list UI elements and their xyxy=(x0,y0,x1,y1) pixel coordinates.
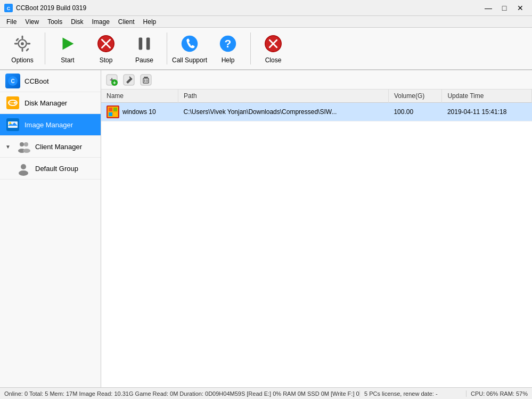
menu-bar: File View Tools Disk Image Client Help xyxy=(0,16,532,28)
menu-view[interactable]: View xyxy=(21,17,43,27)
col-name: Name xyxy=(101,89,178,103)
content-panel: + + xyxy=(101,70,532,387)
menu-tools[interactable]: Tools xyxy=(43,17,67,27)
options-label: Options xyxy=(11,56,33,64)
sidebar-label-diskmanager: Disk Manager xyxy=(24,99,67,107)
options-icon xyxy=(12,33,33,54)
close-label: Close xyxy=(265,56,282,64)
svg-rect-52 xyxy=(113,112,117,116)
close-window-button[interactable]: ✕ xyxy=(513,3,528,13)
svg-text:+: + xyxy=(113,80,116,86)
svg-rect-45 xyxy=(144,77,148,78)
stop-button[interactable]: Stop xyxy=(88,30,124,67)
status-cpu: CPU: 06% RAM: 57% xyxy=(466,390,532,397)
start-icon xyxy=(57,33,78,54)
menu-image[interactable]: Image xyxy=(88,17,114,27)
help-label: Help xyxy=(222,56,235,64)
stop-label: Stop xyxy=(100,56,113,64)
table-body: windows 10 C:\Users\Vivek Yonjan\Downloa… xyxy=(101,103,532,121)
sidebar-item-imagemanager[interactable]: Image Manager xyxy=(0,114,101,136)
table-header: Name Path Volume(G) Update Time xyxy=(101,89,532,103)
default-group-icon xyxy=(16,161,31,176)
sidebar-label-ccboot: CCBoot xyxy=(24,77,49,85)
image-table: Name Path Volume(G) Update Time xyxy=(101,89,532,121)
cell-name: windows 10 xyxy=(101,103,178,121)
menu-client[interactable]: Client xyxy=(114,17,139,27)
svg-rect-49 xyxy=(109,108,112,111)
options-button[interactable]: Options xyxy=(4,30,40,67)
image-name: windows 10 xyxy=(122,108,156,116)
svg-point-35 xyxy=(23,149,30,153)
svg-point-36 xyxy=(21,164,26,169)
main-area: C CCBoot Disk Manager xyxy=(0,70,532,387)
minimize-button[interactable]: — xyxy=(481,3,496,13)
title-text: CCBoot 2019 Build 0319 xyxy=(16,4,86,12)
svg-rect-15 xyxy=(146,38,150,50)
table-row[interactable]: windows 10 C:\Users\Vivek Yonjan\Downloa… xyxy=(101,103,532,121)
svg-point-3 xyxy=(21,42,24,45)
windows-icon xyxy=(107,105,119,118)
stop-icon xyxy=(95,33,117,54)
sub-toolbar: + + xyxy=(101,70,532,89)
svg-rect-14 xyxy=(139,38,143,50)
pause-label: Pause xyxy=(135,56,153,64)
delete-image-button[interactable] xyxy=(138,72,153,87)
col-updatetime: Update Time xyxy=(442,89,532,103)
cell-volume: 100.00 xyxy=(388,103,441,121)
app-icon: C xyxy=(4,4,13,12)
svg-point-37 xyxy=(19,170,28,176)
svg-point-31 xyxy=(9,122,11,124)
svg-point-32 xyxy=(20,142,24,146)
ccboot-icon: C xyxy=(5,74,20,88)
status-bar: Online: 0 Total: 5 Mem: 17M Image Read: … xyxy=(0,387,532,399)
col-path: Path xyxy=(178,89,389,103)
separator-3 xyxy=(250,32,251,64)
svg-text:C: C xyxy=(11,78,14,84)
pause-icon xyxy=(134,33,155,54)
toolbar: Options Start Stop Pause xyxy=(0,28,532,70)
help-icon: ? xyxy=(217,33,239,54)
maximize-button[interactable]: □ xyxy=(497,3,512,13)
close-button[interactable]: Close xyxy=(255,30,291,67)
start-button[interactable]: Start xyxy=(50,30,86,67)
disk-manager-icon xyxy=(5,95,20,110)
cell-updatetime: 2019-04-11 15:41:18 xyxy=(442,103,532,121)
title-bar-controls: — □ ✕ xyxy=(481,3,528,13)
col-volume: Volume(G) xyxy=(388,89,441,103)
svg-rect-44 xyxy=(141,75,151,85)
svg-rect-50 xyxy=(113,108,117,111)
svg-marker-10 xyxy=(63,38,74,50)
title-bar-left: C CCBoot 2019 Build 0319 xyxy=(4,4,86,12)
help-button[interactable]: ? Help xyxy=(210,30,246,67)
call-support-icon xyxy=(179,33,200,54)
separator-1 xyxy=(45,32,45,64)
call-support-button[interactable]: Call Support xyxy=(171,30,208,67)
svg-rect-8 xyxy=(15,38,19,42)
image-manager-icon xyxy=(5,117,20,132)
call-support-label: Call Support xyxy=(172,56,207,64)
menu-disk[interactable]: Disk xyxy=(67,17,87,27)
menu-file[interactable]: File xyxy=(2,17,21,27)
close-icon xyxy=(263,33,284,54)
client-manager-icon xyxy=(16,139,31,154)
status-info: Online: 0 Total: 5 Mem: 17M Image Read: … xyxy=(0,390,359,397)
svg-point-27 xyxy=(14,102,16,104)
start-label: Start xyxy=(61,56,74,64)
sidebar-item-diskmanager[interactable]: Disk Manager xyxy=(0,92,101,114)
sidebar-item-clientmanager[interactable]: ▼ Client Manager xyxy=(0,136,101,158)
title-bar: C CCBoot 2019 Build 0319 — □ ✕ xyxy=(0,0,532,16)
svg-text:?: ? xyxy=(225,37,232,50)
svg-rect-51 xyxy=(109,112,112,116)
add-image-button[interactable]: + + xyxy=(104,72,119,87)
svg-rect-9 xyxy=(26,48,29,52)
sidebar-item-ccboot[interactable]: C CCBoot xyxy=(0,70,101,92)
svg-text:C: C xyxy=(7,6,11,11)
svg-point-33 xyxy=(24,142,28,146)
sidebar-label-imagemanager: Image Manager xyxy=(24,121,73,129)
sidebar-item-defaultgroup[interactable]: Default Group xyxy=(0,158,101,180)
sidebar: C CCBoot Disk Manager xyxy=(0,70,101,387)
pause-button[interactable]: Pause xyxy=(126,30,162,67)
menu-help[interactable]: Help xyxy=(139,17,161,27)
edit-image-button[interactable] xyxy=(121,72,136,87)
status-license: 5 PCs license, renew date: - xyxy=(359,390,466,397)
